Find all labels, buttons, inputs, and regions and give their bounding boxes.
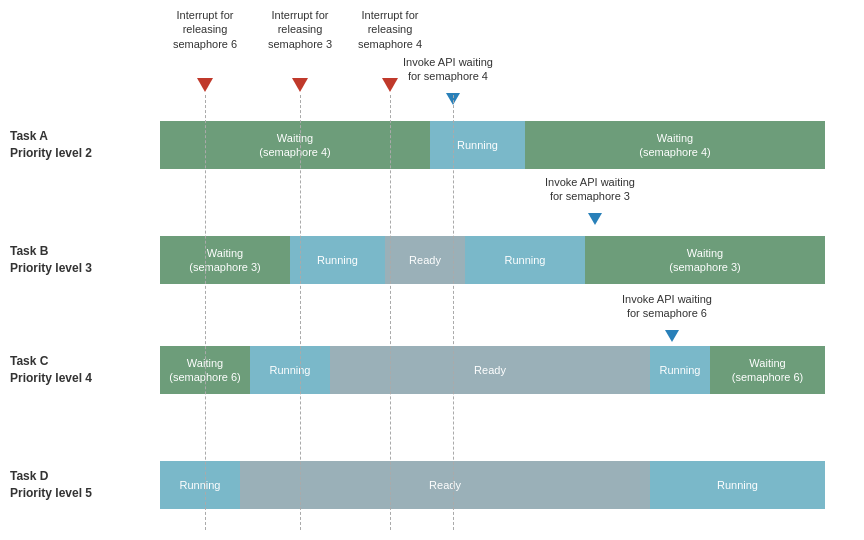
task-label-taskA: Task A Priority level 2 [10,115,155,175]
taskD-seg-0: Running [160,461,240,509]
taskC-seg-4: Waiting (semaphore 6) [710,346,825,394]
dashed-line-3 [453,95,454,530]
task-row-taskB: Task B Priority level 3Waiting (semaphor… [0,230,864,290]
interrupt-label-int3: Interrupt for releasing semaphore 3 [255,8,345,51]
taskB-seg-4: Waiting (semaphore 3) [585,236,825,284]
interrupt-label-int6: Interrupt for releasing semaphore 6 [160,8,250,51]
invoke-arrow-sem3 [588,213,602,225]
dashed-line-1 [300,95,301,530]
invoke-label-sem4: Invoke API waiting for semaphore 4 [403,55,493,84]
taskC-seg-3: Running [650,346,710,394]
taskB-seg-0: Waiting (semaphore 3) [160,236,290,284]
taskA-seg-1: Running [430,121,525,169]
interrupt-arrow-int4 [382,78,398,92]
dashed-line-2 [390,95,391,530]
task-row-taskD: Task D Priority level 5RunningReadyRunni… [0,455,864,515]
dashed-line-0 [205,95,206,530]
taskB-seg-1: Running [290,236,385,284]
invoke-arrow-sem6 [665,330,679,342]
invoke-label-sem6: Invoke API waiting for semaphore 6 [622,292,712,321]
taskD-seg-2: Running [650,461,825,509]
task-label-taskC: Task C Priority level 4 [10,340,155,400]
taskB-seg-3: Running [465,236,585,284]
task-row-taskA: Task A Priority level 2Waiting (semaphor… [0,115,864,175]
interrupt-arrow-int3 [292,78,308,92]
diagram-container: Interrupt for releasing semaphore 6Inter… [0,0,864,540]
task-label-taskD: Task D Priority level 5 [10,455,155,515]
taskC-seg-1: Running [250,346,330,394]
task-row-taskC: Task C Priority level 4Waiting (semaphor… [0,340,864,400]
invoke-label-sem3: Invoke API waiting for semaphore 3 [545,175,635,204]
interrupt-arrow-int6 [197,78,213,92]
task-label-taskB: Task B Priority level 3 [10,230,155,290]
taskA-seg-2: Waiting (semaphore 4) [525,121,825,169]
interrupt-label-int4: Interrupt for releasing semaphore 4 [345,8,435,51]
taskC-seg-2: Ready [330,346,650,394]
taskD-seg-1: Ready [240,461,650,509]
